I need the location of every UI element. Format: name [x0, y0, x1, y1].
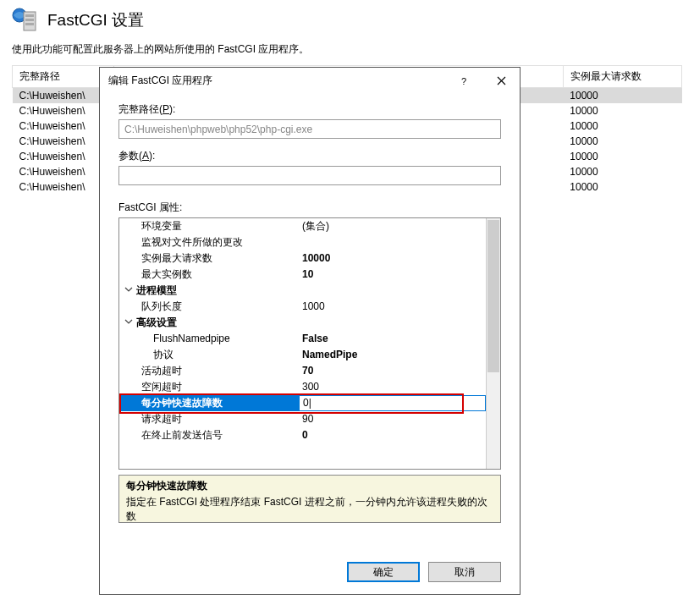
property-row[interactable]: 在终止前发送信号0	[119, 427, 486, 443]
svg-rect-4	[25, 23, 34, 25]
property-category[interactable]: 进程模型	[119, 283, 486, 299]
col-maxreq-header[interactable]: 实例最大请求数	[563, 66, 681, 88]
help-button[interactable]: ?	[445, 69, 482, 94]
property-name: 监视对文件所做的更改	[119, 234, 299, 250]
property-row[interactable]: 最大实例数10	[119, 267, 486, 283]
expand-icon[interactable]	[123, 283, 135, 299]
property-name: 协议	[119, 347, 299, 363]
property-value[interactable]: 0	[299, 427, 486, 443]
scrollbar[interactable]	[486, 218, 500, 469]
property-value[interactable]: 70	[299, 363, 486, 379]
property-name: 最大实例数	[119, 267, 299, 283]
help-text: 指定在 FastCGI 处理程序结束 FastCGI 进程之前，一分钟内允许该进…	[126, 495, 493, 524]
property-row[interactable]: 活动超时70	[119, 363, 486, 379]
property-name: 活动超时	[119, 363, 299, 379]
property-value[interactable]	[299, 234, 486, 250]
ok-button[interactable]: 确定	[347, 562, 420, 582]
property-name: 进程模型	[119, 283, 299, 299]
property-grid[interactable]: 环境变量(集合)监视对文件所做的更改实例最大请求数10000最大实例数10进程模…	[118, 217, 501, 470]
page-title: FastCGI 设置	[47, 9, 144, 31]
property-row[interactable]: 队列长度1000	[119, 299, 486, 315]
scrollbar-thumb[interactable]	[487, 220, 499, 372]
close-button[interactable]	[482, 69, 520, 94]
property-value[interactable]: 10	[299, 267, 486, 283]
svg-rect-3	[25, 19, 34, 21]
property-name: 队列长度	[119, 299, 299, 315]
help-panel: 每分钟快速故障数 指定在 FastCGI 处理程序结束 FastCGI 进程之前…	[118, 475, 501, 523]
server-icon	[12, 7, 39, 34]
property-name: 实例最大请求数	[119, 250, 299, 267]
property-row[interactable]: 实例最大请求数10000	[119, 250, 486, 267]
highlight-annotation	[119, 393, 464, 414]
svg-text:?: ?	[461, 76, 466, 86]
args-label: 参数(A):	[118, 149, 501, 163]
property-value[interactable]: NamedPipe	[299, 347, 486, 363]
property-row[interactable]: FlushNamedpipeFalse	[119, 331, 486, 347]
page-header: FastCGI 设置	[0, 0, 694, 37]
expand-icon[interactable]	[123, 315, 135, 331]
property-value[interactable]: 10000	[299, 250, 486, 267]
page-description: 使用此功能可配置此服务器上的网站所使用的 FastCGI 应用程序。	[0, 37, 694, 65]
property-name: 高级设置	[119, 315, 299, 331]
edit-fastcgi-dialog: 编辑 FastCGI 应用程序 ? 完整路径(P): 参数(A): FastCG…	[99, 67, 520, 595]
property-name: 在终止前发送信号	[119, 427, 299, 443]
property-name: FlushNamedpipe	[119, 331, 299, 347]
args-input[interactable]	[118, 166, 501, 185]
property-row[interactable]: 协议NamedPipe	[119, 347, 486, 363]
property-name: 环境变量	[119, 218, 299, 234]
property-value[interactable]: 1000	[299, 299, 486, 315]
dialog-title: 编辑 FastCGI 应用程序	[108, 74, 445, 88]
cancel-button[interactable]: 取消	[428, 562, 501, 582]
fullpath-input[interactable]	[118, 119, 501, 139]
props-label: FastCGI 属性:	[118, 201, 501, 215]
help-title: 每分钟快速故障数	[126, 479, 493, 493]
property-category[interactable]: 高级设置	[119, 315, 486, 331]
property-value[interactable]: False	[299, 331, 486, 347]
dialog-titlebar[interactable]: 编辑 FastCGI 应用程序 ?	[100, 68, 520, 94]
property-row[interactable]: 监视对文件所做的更改	[119, 234, 486, 250]
fullpath-label: 完整路径(P):	[118, 102, 501, 117]
property-value[interactable]: (集合)	[299, 218, 486, 234]
svg-rect-2	[25, 14, 34, 17]
property-row[interactable]: 环境变量(集合)	[119, 218, 486, 234]
